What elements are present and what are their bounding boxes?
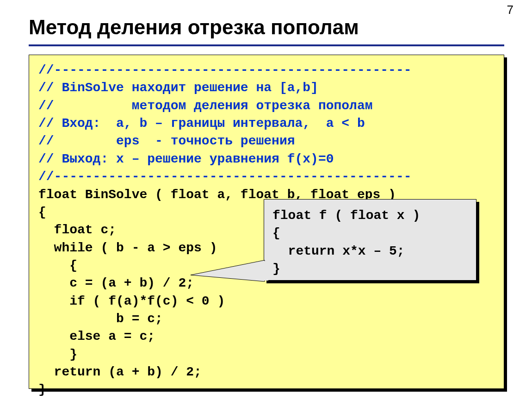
code-line: float f ( float x ) (272, 208, 420, 223)
code-line: { (38, 205, 46, 219)
code-line: //--------------------------------------… (38, 169, 412, 184)
code-line: // методом деления отрезка пополам (38, 99, 373, 113)
code-line: float c; (38, 223, 116, 237)
code-line: { (38, 258, 77, 273)
code-line: // BinSolve находит решение на [a,b] (38, 81, 318, 95)
slide-title: Метод деления отрезка пополам (29, 16, 359, 39)
code-line: // Выход: x – решение уравнения f(x)=0 (38, 152, 334, 166)
code-line: b = c; (38, 312, 163, 326)
code-line: } (38, 382, 46, 397)
title-underline (29, 44, 504, 46)
code-line: } (38, 347, 77, 362)
code-line: while ( b - a > eps ) (38, 241, 217, 255)
code-line: return x*x – 5; (272, 244, 405, 258)
callout-code: float f ( float x ) { return x*x – 5; } (272, 207, 468, 278)
code-line: // eps - точность решения (38, 134, 295, 148)
page-number: 7 (507, 3, 513, 17)
code-line: } (272, 262, 280, 276)
code-line: else a = c; (38, 329, 155, 344)
code-line: if ( f(a)*f(c) < 0 ) (38, 294, 225, 308)
callout-box: float f ( float x ) { return x*x – 5; } (264, 199, 476, 281)
code-line: // Вход: a, b – границы интервала, a < b (38, 116, 365, 131)
slide: 7 Метод деления отрезка пополам //------… (0, 0, 532, 400)
code-line: { (272, 226, 280, 240)
code-line: return (a + b) / 2; (38, 365, 202, 379)
code-line: //--------------------------------------… (38, 63, 412, 77)
code-line: c = (a + b) / 2; (38, 276, 194, 290)
